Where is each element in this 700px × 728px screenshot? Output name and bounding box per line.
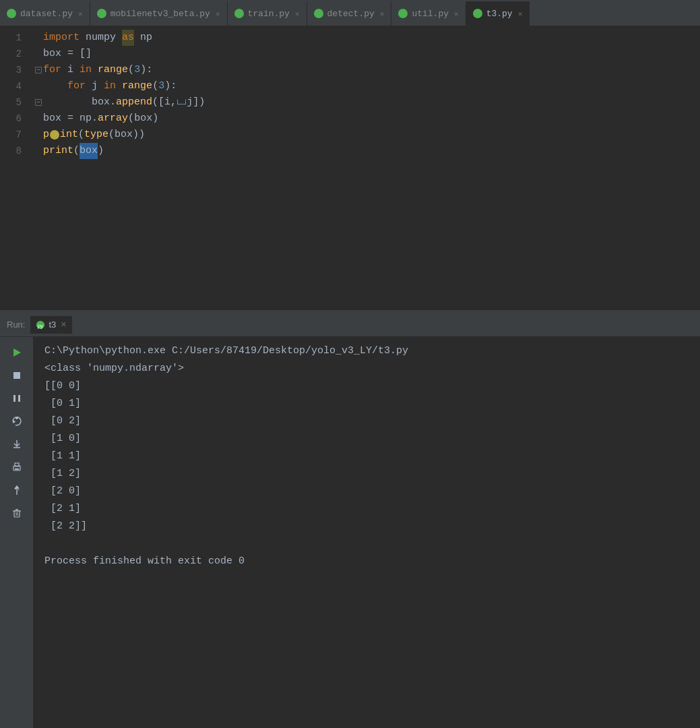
output-cmd-line: C:\Python\python.exe C:/Users/87419/Desk… [44, 342, 689, 360]
run-toolbar [0, 337, 34, 728]
util-icon [398, 9, 408, 18]
stop-icon [11, 370, 22, 381]
output-row-20: [2 0] [44, 483, 689, 500]
tab-bar: dataset.py ✕ mobilenetv3_beta.py ✕ train… [0, 0, 700, 27]
code-line-7: pint(type(box)) [34, 127, 700, 143]
tab-util[interactable]: util.py ✕ [391, 1, 466, 26]
detect-icon [314, 9, 323, 18]
play-button[interactable] [7, 342, 27, 363]
code-line-6: box = np.array(box) [34, 111, 700, 127]
var-np: np [140, 30, 152, 46]
tab-t3-close[interactable]: ✕ [518, 9, 523, 18]
line-num-3: 3 [0, 62, 22, 78]
fn-type: type [84, 127, 108, 143]
output-row-01: [0 1] [44, 395, 689, 413]
output-array-start: [[0 0] [44, 377, 689, 395]
stop-button[interactable] [7, 365, 27, 386]
line-num-5: 5 [0, 94, 22, 111]
line-num-6: 6 [0, 111, 22, 127]
tab-detect-close[interactable]: ✕ [380, 9, 385, 18]
svg-text:py: py [38, 322, 43, 328]
var-j: j [92, 78, 98, 94]
pause-icon [11, 393, 22, 404]
output-row-12: [1 2] [44, 465, 689, 483]
output-area: C:\Python\python.exe C:/Users/87419/Desk… [34, 337, 700, 728]
output-class-line: <class 'numpy.ndarray'> [44, 360, 689, 377]
dataset-icon [7, 9, 16, 18]
cursor-box: box [79, 143, 98, 159]
tab-train[interactable]: train.py ✕ [228, 1, 307, 26]
print-button[interactable] [7, 457, 27, 477]
run-tab-label: t3 [49, 320, 56, 330]
output-blank [44, 535, 689, 553]
lightbulb-icon[interactable] [50, 130, 59, 140]
download-icon [11, 439, 22, 450]
mobilenetv3-icon [97, 9, 106, 18]
tab-mobilenetv3[interactable]: mobilenetv3_beta.py ✕ [90, 1, 228, 26]
t3-icon [473, 9, 482, 18]
line-num-8: 8 [0, 143, 22, 159]
run-tab-close[interactable]: ✕ [61, 320, 67, 329]
pause-button[interactable] [7, 388, 27, 408]
tab-train-close[interactable]: ✕ [295, 9, 300, 18]
line-numbers: 1 2 3 4 5 6 7 8 [0, 27, 27, 310]
tab-dataset-close[interactable]: ✕ [78, 9, 83, 18]
output-row-10: [1 0] [44, 430, 689, 448]
code-line-2: box = [] [34, 46, 700, 62]
code-line-1: import numpy as np [34, 30, 700, 46]
fn-print1: p [43, 127, 49, 143]
download-button[interactable] [7, 434, 27, 454]
var-box2: box [92, 94, 110, 111]
svg-marker-6 [13, 419, 15, 423]
var-i2: i [164, 94, 170, 111]
rerun-button[interactable] [7, 411, 27, 431]
var-j2: j [187, 94, 193, 111]
output-row-22: [2 2]] [44, 518, 689, 535]
code-line-4: for j in range(3): [34, 78, 700, 94]
tab-dataset[interactable]: dataset.py ✕ [0, 1, 90, 26]
fold-gutter-3[interactable]: − [34, 67, 43, 73]
kw-in1: in [79, 62, 92, 78]
svg-rect-5 [18, 395, 20, 402]
fn-range2: range [122, 78, 152, 94]
fold-icon-3[interactable]: − [35, 67, 42, 73]
var-i: i [67, 62, 73, 78]
fn-range1: range [98, 62, 128, 78]
svg-marker-2 [13, 348, 21, 357]
var-box5: box [115, 127, 133, 143]
fold-icon-5[interactable]: − [35, 99, 42, 106]
output-row-21: [2 1] [44, 500, 689, 518]
kw-in2: in [104, 78, 116, 94]
trash-icon [11, 508, 22, 518]
output-row-02: [0 2] [44, 413, 689, 430]
run-tab-t3[interactable]: py t3 ✕ [30, 316, 72, 334]
kw-import: import [43, 30, 79, 46]
print-icon [11, 462, 22, 473]
tab-t3[interactable]: t3.py ✕ [466, 1, 530, 26]
svg-marker-15 [14, 485, 20, 489]
var-box3: box [43, 111, 61, 127]
tab-detect[interactable]: detect.py ✕ [307, 1, 392, 26]
tab-mobilenetv3-label: mobilenetv3_beta.py [110, 9, 210, 19]
fn-append: append [116, 94, 152, 111]
kw-for2: for [67, 78, 86, 94]
fn-array: array [98, 111, 128, 127]
pin-icon [11, 485, 22, 495]
code-area[interactable]: import numpy as np box = [] − for i in r… [27, 27, 700, 310]
tab-util-close[interactable]: ✕ [454, 9, 459, 18]
svg-line-16 [15, 489, 19, 490]
pin-button[interactable] [7, 480, 27, 500]
rerun-icon [11, 416, 22, 427]
svg-rect-3 [13, 372, 20, 379]
svg-rect-17 [14, 511, 20, 517]
line-num-4: 4 [0, 78, 22, 94]
tab-mobilenetv3-close[interactable]: ✕ [216, 9, 220, 18]
output-exit: Process finished with exit code 0 [44, 553, 689, 570]
line-num-7: 7 [0, 127, 22, 143]
var-numpy: numpy [86, 30, 116, 46]
line-num-1: 1 [0, 30, 22, 46]
fold-gutter-5[interactable]: − [34, 99, 43, 106]
svg-rect-4 [13, 395, 15, 402]
tab-train-label: train.py [248, 9, 290, 19]
trash-button[interactable] [7, 503, 27, 523]
